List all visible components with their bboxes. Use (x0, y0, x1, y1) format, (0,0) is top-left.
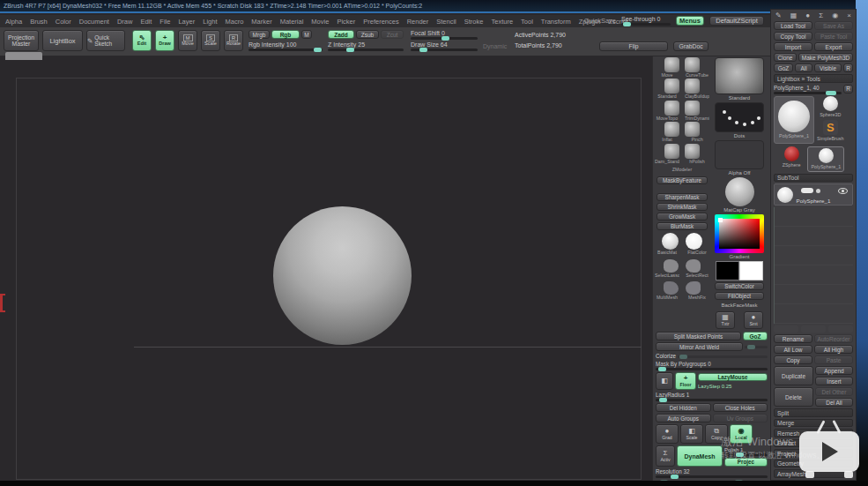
rgb-intensity-slider[interactable]: Rgb Intensity 100 (249, 41, 323, 51)
clone-button[interactable]: Clone (774, 53, 797, 62)
blur-mask-button[interactable]: BlurMask (657, 222, 708, 230)
z-intensity-slider[interactable]: Z Intensity 25 (328, 41, 404, 51)
grad-icon-button[interactable]: ● Grad (656, 424, 679, 444)
del-other-button[interactable]: Del Other (815, 387, 853, 396)
brush-thumb-hpolish[interactable] (685, 144, 700, 159)
resolution-slider[interactable]: Resolution 32 (656, 468, 768, 478)
copy-subtool-button[interactable]: Copy (774, 355, 812, 364)
dynamesh-button[interactable]: DynaMesh (677, 445, 723, 467)
goz-visible-button[interactable]: Visible (814, 64, 842, 72)
tool-r-button[interactable]: R (843, 85, 853, 93)
slider-handle[interactable] (623, 22, 631, 26)
brush-thumb-curvetube[interactable] (685, 57, 700, 72)
brush-thumb-inflat[interactable] (664, 122, 679, 137)
lazymouse-button[interactable]: LazyMouse (698, 373, 768, 381)
slider-handle[interactable] (826, 91, 836, 95)
menu-texture[interactable]: Texture (491, 18, 513, 26)
load-tool-button[interactable]: Load Tool (774, 21, 812, 30)
all-low-button[interactable]: All Low (774, 345, 812, 354)
paste-tool-button[interactable]: Paste Tool (814, 32, 853, 41)
del-hidden-button[interactable]: Del Hidden (656, 403, 711, 412)
see-through-slider[interactable]: See-through 0 (621, 16, 671, 26)
brush-thumb-move[interactable] (664, 57, 679, 72)
quick-sketch-button[interactable]: ✎ Quick Sketch (86, 30, 125, 51)
menu-alpha[interactable]: Alpha (5, 18, 22, 26)
tool-thumb-polysphere[interactable]: PolySphere_1 (807, 146, 844, 172)
active-tool-slider[interactable]: PolySphere_1, 40 (774, 85, 842, 94)
video-play-button[interactable] (797, 420, 864, 483)
swatch-white[interactable] (739, 261, 763, 280)
brush-thumb-movetopo[interactable] (664, 101, 679, 116)
zsub-button[interactable]: Zsub (356, 30, 379, 39)
meshfix-icon[interactable] (686, 281, 701, 295)
brush-thumb-pinch[interactable] (685, 122, 700, 137)
menu-layer[interactable]: Layer (178, 18, 195, 26)
pencil-icon[interactable]: ✎ (775, 11, 782, 19)
mirror-icon-button[interactable]: ◧ (656, 372, 673, 390)
fill-object-button[interactable]: FillObject (715, 292, 764, 300)
lightbox-tools-header[interactable]: Lightbox » Tools (774, 74, 853, 83)
slider-handle[interactable] (736, 452, 744, 457)
brush-thumb-damstandard[interactable] (664, 144, 679, 159)
m-button[interactable]: M (301, 30, 312, 39)
scale-mode-button[interactable]: S Scale (201, 30, 220, 51)
gradient-label[interactable]: Gradient (729, 254, 749, 259)
copy-tool-button[interactable]: Copy Tool (774, 32, 812, 41)
make-polymesh3d-button[interactable]: Make PolyMesh3D (798, 53, 853, 62)
visibility-eye-icon[interactable] (838, 188, 848, 194)
polish-slider[interactable]: Polish 1 (724, 446, 768, 456)
close-icon[interactable]: × (847, 11, 851, 19)
default-zscript-button[interactable]: DefaultZScript (709, 16, 764, 26)
flip-button[interactable]: Flip (599, 41, 668, 51)
ball-icon[interactable]: ● (805, 11, 810, 19)
polypaint-toggle[interactable] (801, 188, 813, 193)
multimesh-icon[interactable] (664, 281, 679, 295)
scale-tool-button[interactable]: ◧ Scale (680, 424, 703, 444)
paste-subtool-button[interactable]: Paste (814, 355, 853, 364)
stroke-preview[interactable] (715, 102, 764, 132)
menu-movie[interactable]: Movie (311, 18, 329, 26)
slider-handle[interactable] (658, 367, 666, 371)
menu-edit[interactable]: Edit (140, 18, 152, 26)
del-all-button[interactable]: Del All (815, 398, 853, 407)
tool-thumb-sphere3d[interactable]: Sphere3D (820, 96, 841, 118)
rotate-mode-button[interactable]: R Rotate (224, 30, 243, 51)
slider-handle[interactable] (671, 475, 679, 479)
draw-size-slider[interactable]: Draw Size 64 (411, 41, 478, 51)
split-section-header[interactable]: Split (774, 408, 853, 417)
close-holes-button[interactable]: Close Holes (713, 403, 768, 412)
duplicate-button[interactable]: Duplicate (774, 366, 813, 385)
tool-thumb-polysphere-current[interactable]: PolySphere_1 (774, 96, 814, 144)
save-as-button[interactable]: Save As (814, 21, 853, 30)
slider-handle[interactable] (659, 398, 667, 402)
slider-handle[interactable] (346, 48, 354, 52)
colorize-slider[interactable] (678, 355, 768, 358)
project-button[interactable]: Projec (724, 458, 768, 467)
menus-toggle[interactable]: Menus (676, 16, 704, 26)
menu-brush[interactable]: Brush (30, 18, 48, 26)
subtool-list-item[interactable]: PolySphere_1 (774, 183, 853, 206)
split-masked-points-button[interactable]: Split Masked Points (656, 332, 741, 340)
menu-macro[interactable]: Macro (225, 18, 243, 26)
brush-thumb-trimdynamic[interactable] (685, 101, 700, 116)
local-symmetry-button[interactable]: ◉ Local (730, 424, 753, 444)
mask-by-feature-button[interactable]: MaskByFeature (657, 176, 708, 184)
slider-handle[interactable] (314, 48, 322, 52)
rgb-button[interactable]: Rgb (271, 30, 300, 39)
sigma-icon[interactable]: Σ (819, 11, 823, 19)
zmodeler-label[interactable]: ZModeler (660, 167, 704, 173)
material-thumb-basic[interactable] (662, 233, 679, 250)
material-thumb-flat[interactable] (686, 233, 702, 250)
canvas-tab[interactable] (5, 52, 42, 60)
edit-mode-button[interactable]: ⇖ Edit (132, 30, 152, 51)
projection-master-button[interactable]: Projection Master (4, 30, 39, 51)
rename-button[interactable]: Rename (774, 334, 812, 343)
menu-render[interactable]: Render (407, 18, 429, 26)
menu-draw[interactable]: Draw (117, 18, 133, 26)
colorize-label[interactable]: Colorize (656, 353, 676, 359)
menu-stroke[interactable]: Stroke (464, 18, 484, 26)
lazystep-slider[interactable]: LazyStep 0.25 (698, 383, 768, 389)
brush-thumb-standard[interactable] (664, 79, 679, 93)
grid-icon[interactable]: ▦ (790, 11, 798, 19)
subtool-section-header[interactable]: SubTool (774, 174, 853, 183)
